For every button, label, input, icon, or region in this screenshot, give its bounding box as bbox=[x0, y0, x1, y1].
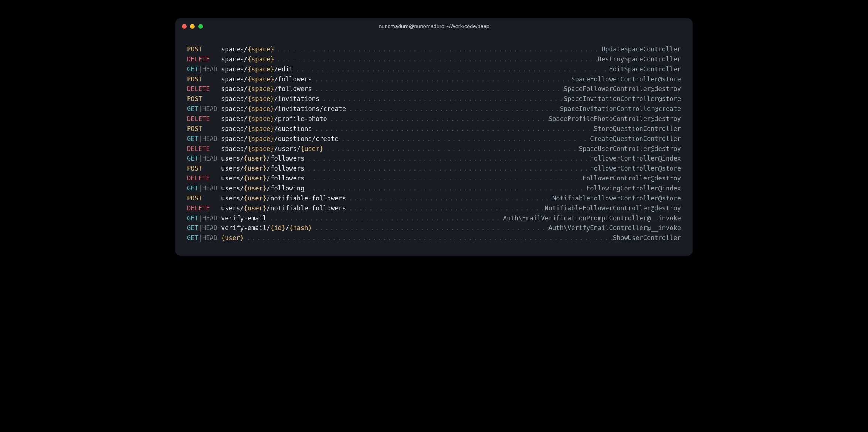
filler-dots: ........................................… bbox=[312, 75, 571, 84]
route-path: spaces/{space}/users/{user} bbox=[221, 144, 323, 154]
close-button[interactable] bbox=[182, 24, 187, 29]
route-path: spaces/{space}/invitations/create bbox=[221, 104, 346, 114]
filler-dots: ........................................… bbox=[338, 134, 590, 144]
route-row: DELETEspaces/{space}/users/{user}.......… bbox=[187, 144, 681, 154]
route-path: users/{user}/followers bbox=[221, 163, 304, 173]
route-row: POSTspaces/{space}/followers............… bbox=[187, 74, 681, 84]
http-method: DELETE bbox=[187, 203, 221, 213]
route-path: users/{user}/notifiable-followers bbox=[221, 193, 346, 203]
filler-dots: ........................................… bbox=[304, 184, 586, 193]
filler-dots: ........................................… bbox=[274, 45, 601, 54]
route-row: POSTspaces/{space}/invitations..........… bbox=[187, 94, 681, 104]
filler-dots: ........................................… bbox=[346, 204, 545, 213]
http-method: POST bbox=[187, 163, 221, 173]
zoom-button[interactable] bbox=[198, 24, 203, 29]
route-path: spaces/{space}/questions/create bbox=[221, 134, 338, 144]
route-path: spaces/{space}/questions bbox=[221, 124, 312, 134]
route-row: GET|HEADverify-email....................… bbox=[187, 213, 681, 223]
route-path: spaces/{space}/followers bbox=[221, 74, 312, 84]
controller-name: SpaceInvitationController@create bbox=[560, 104, 681, 114]
window-title: nunomaduro@nunomaduro:~/Work/code/beep bbox=[181, 23, 687, 29]
filler-dots: ........................................… bbox=[304, 154, 590, 163]
http-method: POST bbox=[187, 74, 221, 84]
filler-dots: ........................................… bbox=[323, 144, 579, 153]
filler-dots: ........................................… bbox=[304, 174, 583, 183]
filler-dots: ........................................… bbox=[267, 214, 503, 223]
controller-name: EditSpaceController bbox=[609, 64, 681, 74]
route-path: users/{user}/following bbox=[221, 183, 304, 193]
controller-name: FollowerController@index bbox=[590, 153, 681, 163]
http-method: DELETE bbox=[187, 84, 221, 94]
controller-name: Auth\EmailVerificationPromptController@_… bbox=[503, 213, 681, 223]
http-method: GET|HEAD bbox=[187, 213, 221, 223]
route-path: verify-email/{id}/{hash} bbox=[221, 223, 312, 233]
http-method: GET|HEAD bbox=[187, 233, 221, 243]
filler-dots: ........................................… bbox=[319, 94, 563, 104]
route-row: POSTspaces/{space}/questions............… bbox=[187, 124, 681, 134]
route-row: GET|HEADusers/{user}/followers..........… bbox=[187, 153, 681, 163]
route-path: users/{user}/notifiable-followers bbox=[221, 203, 346, 213]
http-method: DELETE bbox=[187, 114, 221, 124]
controller-name: NotifiableFollowerController@destroy bbox=[545, 203, 681, 213]
http-method: GET|HEAD bbox=[187, 223, 221, 233]
route-row: GET|HEADverify-email/{id}/{hash}........… bbox=[187, 223, 681, 233]
http-method: GET|HEAD bbox=[187, 134, 221, 144]
filler-dots: ........................................… bbox=[312, 223, 549, 233]
http-method: GET|HEAD bbox=[187, 183, 221, 193]
http-method: GET|HEAD bbox=[187, 153, 221, 163]
route-row: GET|HEADusers/{user}/following..........… bbox=[187, 183, 681, 193]
route-path: {user} bbox=[221, 233, 244, 243]
controller-name: FollowerController@destroy bbox=[583, 173, 681, 183]
http-method: POST bbox=[187, 193, 221, 203]
controller-name: SpaceFollowerController@destroy bbox=[564, 84, 681, 94]
route-path: spaces/{space}/edit bbox=[221, 64, 293, 74]
route-row: GET|HEADspaces/{space}/questions/create.… bbox=[187, 134, 681, 144]
route-row: DELETEusers/{user}/notifiable-followers.… bbox=[187, 203, 681, 213]
controller-name: FollowerController@store bbox=[590, 163, 681, 173]
route-row: DELETEspaces/{space}/followers..........… bbox=[187, 84, 681, 94]
filler-dots: ........................................… bbox=[304, 164, 590, 173]
route-row: GET|HEADspaces/{space}/edit.............… bbox=[187, 64, 681, 74]
controller-name: UpdateSpaceController bbox=[601, 44, 681, 54]
http-method: DELETE bbox=[187, 54, 221, 64]
route-path: spaces/{space}/invitations bbox=[221, 94, 319, 104]
http-method: POST bbox=[187, 44, 221, 54]
route-path: verify-email bbox=[221, 213, 267, 223]
controller-name: NotifiableFollowerController@store bbox=[552, 193, 681, 203]
controller-name: SpaceInvitationController@store bbox=[564, 94, 681, 104]
route-row: POSTspaces/{space}......................… bbox=[187, 44, 681, 54]
route-path: spaces/{space}/profile-photo bbox=[221, 114, 327, 124]
http-method: DELETE bbox=[187, 144, 221, 154]
route-path: spaces/{space} bbox=[221, 44, 274, 54]
route-row: POSTusers/{user}/notifiable-followers...… bbox=[187, 193, 681, 203]
http-method: GET|HEAD bbox=[187, 64, 221, 74]
filler-dots: ........................................… bbox=[312, 124, 594, 134]
terminal-window: nunomaduro@nunomaduro:~/Work/code/beep P… bbox=[175, 18, 693, 256]
route-row: GET|HEADspaces/{space}/invitations/creat… bbox=[187, 104, 681, 114]
minimize-button[interactable] bbox=[190, 24, 195, 29]
controller-name: FollowingController@index bbox=[586, 183, 681, 193]
filler-dots: ........................................… bbox=[327, 114, 549, 124]
controller-name: DestroySpaceController bbox=[598, 54, 681, 64]
route-row: GET|HEAD{user}..........................… bbox=[187, 233, 681, 243]
controller-name: SpaceUserController@destroy bbox=[579, 144, 681, 154]
controller-name: ShowUserController bbox=[613, 233, 681, 243]
route-row: DELETEspaces/{space}....................… bbox=[187, 54, 681, 64]
filler-dots: ........................................… bbox=[293, 65, 609, 74]
controller-name: SpaceProfilePhotoController@destroy bbox=[549, 114, 681, 124]
http-method: POST bbox=[187, 94, 221, 104]
filler-dots: ........................................… bbox=[274, 55, 597, 64]
route-path: spaces/{space} bbox=[221, 54, 274, 64]
filler-dots: ........................................… bbox=[312, 84, 564, 94]
controller-name: StoreQuestionController bbox=[594, 124, 681, 134]
http-method: GET|HEAD bbox=[187, 104, 221, 114]
route-row: DELETEspaces/{space}/profile-photo......… bbox=[187, 114, 681, 124]
http-method: DELETE bbox=[187, 173, 221, 183]
terminal-output: POSTspaces/{space}......................… bbox=[175, 34, 693, 256]
window-controls bbox=[182, 24, 203, 29]
filler-dots: ........................................… bbox=[244, 233, 613, 243]
route-path: users/{user}/followers bbox=[221, 153, 304, 163]
route-path: users/{user}/followers bbox=[221, 173, 304, 183]
filler-dots: ........................................… bbox=[346, 194, 552, 203]
route-path: spaces/{space}/followers bbox=[221, 84, 312, 94]
